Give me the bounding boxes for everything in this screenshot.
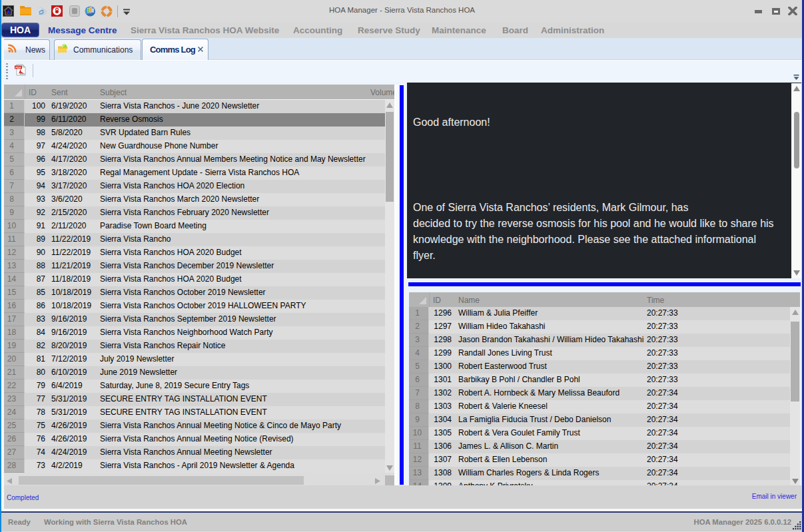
svg-text:PDF: PDF [15, 66, 21, 69]
svg-text:Adobe: Adobe [20, 73, 25, 75]
